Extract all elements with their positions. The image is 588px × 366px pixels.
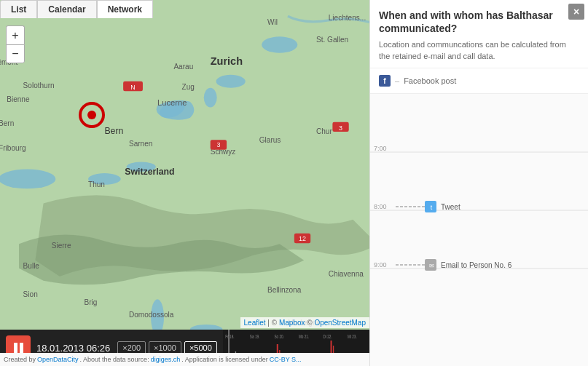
panel-title: When and with whom has Balthasar communi… [379,9,566,35]
svg-text:✉: ✉ [429,263,434,269]
cc-link[interactable]: CC-BY S... [270,356,302,363]
svg-point-3 [262,36,297,52]
svg-text:9:00: 9:00 [374,261,387,268]
share-section: f – Facebook post [370,68,588,94]
svg-text:Email to Person No. 6: Email to Person No. 6 [441,261,512,269]
svg-point-2 [216,75,246,88]
svg-text:Wil: Wil [267,18,278,26]
svg-text:Switzerland: Switzerland [125,167,174,177]
time-display: 18.01.2013 06:26 [36,343,110,354]
svg-text:Mi 23.: Mi 23. [348,334,357,339]
svg-text:Bern: Bern [104,126,123,136]
digiges-link[interactable]: digiges.ch [151,356,181,363]
pause-icon [14,343,23,353]
svg-text:Zug: Zug [182,83,195,91]
map-area: List Calendar Network + − [0,0,369,366]
svg-text:Thun: Thun [88,180,105,188]
svg-text:Fr 18.: Fr 18. [225,334,234,339]
zoom-in-button[interactable]: + [6,25,25,44]
svg-text:Aarau: Aarau [173,63,193,71]
svg-text:Chur: Chur [316,127,332,135]
svg-text:8:00: 8:00 [374,203,387,210]
zoom-out-button[interactable]: − [6,44,25,63]
tab-bar: List Calendar Network [0,0,153,18]
svg-text:So 20.: So 20. [274,334,284,339]
panel-chart-area: 7:00 8:00 9:00 t Tweet ✉ Email to Person… [370,94,588,366]
svg-text:Fribourg: Fribourg [0,144,26,152]
facebook-share-button[interactable]: f – Facebook post [379,73,579,89]
mapbox-link[interactable]: Mapbox [279,319,305,327]
svg-point-7 [204,88,217,108]
svg-text:12: 12 [299,235,306,242]
svg-point-1 [0,169,55,188]
svg-text:Zurich: Zurich [211,55,243,67]
svg-text:Brig: Brig [84,298,97,306]
location-marker [79,102,105,128]
svg-text:Lucerne: Lucerne [157,98,187,107]
panel-subtitle: Location and communcations can be calcul… [379,39,566,62]
right-panel: × When and with whom has Balthasar commu… [369,0,588,366]
svg-text:Sa 19.: Sa 19. [250,334,260,339]
footer-about: . About the data source: [80,356,149,363]
svg-text:Chiavenna: Chiavenna [329,270,364,278]
map-attribution: Leaflet | © Mapbox © OpenStreetMap [240,317,369,328]
tab-calendar[interactable]: Calendar [37,0,96,18]
svg-text:Sion: Sion [23,290,38,298]
marker-inner [87,111,96,119]
svg-text:Mo 21.: Mo 21. [299,334,310,339]
svg-text:Glarus: Glarus [259,136,281,144]
leaflet-link[interactable]: Leaflet [244,319,266,327]
zoom-controls: + − [6,25,25,63]
svg-text:Bern: Bern [0,119,14,127]
marker-outer [79,102,105,128]
footer-attribution: Created by OpenDataCity . About the data… [0,353,369,366]
svg-text:3: 3 [216,141,220,148]
svg-text:Bulle: Bulle [23,262,40,270]
share-divider: – [395,76,399,85]
tab-network[interactable]: Network [97,0,153,18]
svg-text:St. Gallen: St. Gallen [316,36,348,44]
pause-bar-right [20,343,23,353]
close-button[interactable]: × [568,4,584,20]
svg-text:Sierre: Sierre [52,242,71,250]
svg-text:3: 3 [339,124,342,132]
main-container: List Calendar Network + − [0,0,588,366]
facebook-icon: f [379,75,391,87]
svg-text:Sarnen: Sarnen [129,140,152,148]
svg-text:Liechtens...: Liechtens... [329,14,366,22]
panel-chart-svg: 7:00 8:00 9:00 t Tweet ✉ Email to Person… [370,94,588,366]
panel-header: When and with whom has Balthasar communi… [370,0,588,68]
svg-rect-0 [0,0,369,366]
footer-license: . Application is licensed under [181,356,268,363]
facebook-label: Facebook post [404,76,456,85]
svg-text:Solothurn: Solothurn [23,81,55,89]
footer-text: Created by [4,356,36,363]
pause-bar-left [14,343,17,353]
svg-text:Bienne: Bienne [7,95,30,103]
map-svg: Zurich Switzerland Bern Lucerne Schwyz G… [0,0,369,366]
svg-text:7:00: 7:00 [374,145,387,152]
osm-link[interactable]: OpenStreetMap [314,319,366,327]
svg-text:N: N [130,84,135,91]
svg-text:Tweet: Tweet [441,203,460,211]
svg-text:Domodossola: Domodossola [129,311,174,319]
svg-text:Di 22.: Di 22. [323,334,332,339]
tab-list[interactable]: List [0,0,37,18]
svg-text:Bellinzona: Bellinzona [267,286,302,294]
opendata-link[interactable]: OpenDataCity [37,356,79,363]
